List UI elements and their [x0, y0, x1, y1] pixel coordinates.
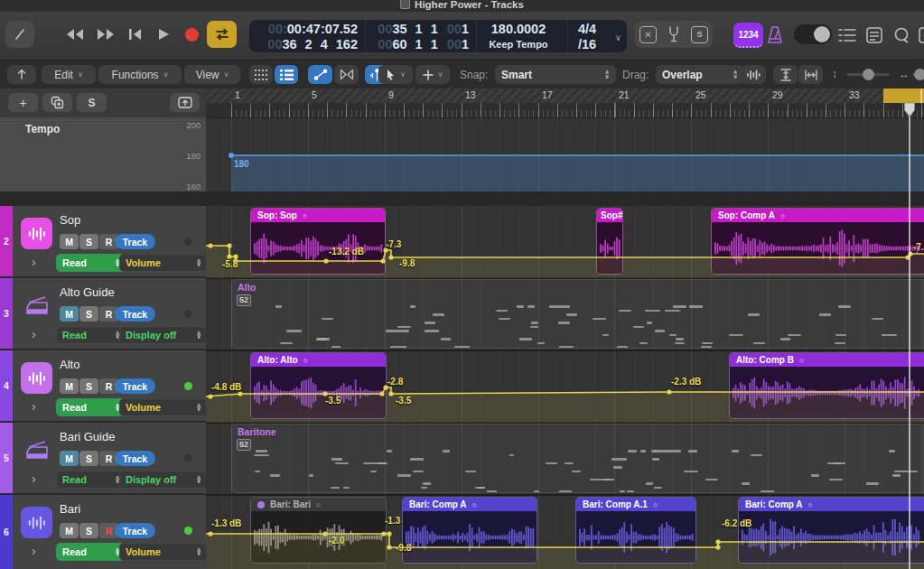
track-header-view-button[interactable]: [275, 65, 298, 84]
vertical-zoom-knob[interactable]: [863, 69, 874, 80]
input-monitor-led[interactable]: [184, 238, 192, 246]
solo-button[interactable]: S: [79, 378, 98, 394]
automation-mode-select[interactable]: Read: [56, 398, 126, 416]
disclosure-chevron-icon[interactable]: [32, 471, 36, 486]
automation-parameter-select[interactable]: Display off: [119, 326, 208, 344]
track-header-alto[interactable]: 4 Alto M S R Track Read Volume: [0, 350, 206, 423]
track-header-alto-guide[interactable]: 3 Alto Guide M S R Track Read Display of…: [0, 278, 206, 350]
mute-button[interactable]: M: [60, 523, 79, 538]
drag-select[interactable]: Overlap: [656, 65, 744, 84]
title-bar[interactable]: Higher Power - Tracks: [0, 0, 924, 12]
mute-button[interactable]: M: [60, 306, 79, 322]
region-alto-comp-b[interactable]: Alto: Comp B: [729, 352, 924, 419]
region-sop-sharp[interactable]: Sop#: [596, 208, 623, 275]
solo-mode-icon[interactable]: S: [691, 26, 708, 43]
bar-ruler[interactable]: 1 5 9 13 17 21 25 29 33: [206, 89, 924, 118]
region-baritone-midi[interactable]: Baritone 52: [231, 424, 924, 493]
lcd-position-section[interactable]: 0035 1 1001 0060 1 1001: [366, 20, 477, 52]
automation-mode-select[interactable]: Read: [56, 254, 126, 272]
track-alternatives-button[interactable]: Track: [115, 523, 155, 538]
add-track-button[interactable]: +: [8, 93, 38, 112]
horizontal-zoom-slider[interactable]: [912, 73, 924, 76]
track-name[interactable]: Bari Guide: [60, 430, 115, 443]
input-monitor-led[interactable]: [184, 382, 192, 390]
cycle-button[interactable]: [207, 21, 237, 48]
track-name[interactable]: Alto Guide: [60, 285, 115, 299]
marquee-tool-button[interactable]: [334, 65, 359, 84]
waveform-zoom-button[interactable]: [741, 65, 766, 84]
track-header-bari-guide[interactable]: 5 Bari Guide M S R Track Read Display of…: [0, 423, 206, 495]
input-monitor-led[interactable]: [184, 310, 192, 318]
master-toggle[interactable]: [794, 24, 832, 44]
solo-button[interactable]: S: [79, 523, 98, 538]
play-button[interactable]: [150, 21, 177, 48]
region-bari-comp-a1[interactable]: Bari: Comp A.1: [575, 497, 696, 564]
mute-button[interactable]: M: [60, 234, 79, 249]
global-solo-button[interactable]: S: [77, 93, 107, 112]
cycle-region[interactable]: [883, 89, 924, 103]
autopunch-icon[interactable]: ✕: [639, 26, 657, 43]
track-name[interactable]: Sop: [60, 213, 80, 227]
automation-parameter-select[interactable]: Volume: [119, 254, 208, 272]
region-sop-comp-a[interactable]: Sop: Comp A: [711, 208, 924, 275]
rewind-button[interactable]: [60, 21, 90, 48]
track-alternatives-button[interactable]: Track: [115, 378, 155, 394]
region-alto-midi[interactable]: Alto 52: [231, 279, 924, 349]
loop-browser-icon[interactable]: [892, 26, 910, 44]
tuner-fork-icon[interactable]: [666, 25, 682, 43]
track-name[interactable]: Alto: [60, 358, 79, 371]
horizontal-auto-zoom-button[interactable]: [798, 65, 823, 84]
tempo-value-label[interactable]: 180: [234, 159, 249, 169]
note-pads-icon[interactable]: [865, 26, 883, 44]
duplicate-track-button[interactable]: [42, 93, 72, 112]
snap-select[interactable]: Smart: [495, 65, 616, 84]
automation-parameter-select[interactable]: Volume: [119, 398, 208, 416]
lcd-display[interactable]: 00:00:47:07.52 0036 2 4 162 0035 1 1001 …: [249, 20, 627, 52]
lcd-signature-section[interactable]: 4/4 /16: [568, 20, 613, 52]
region-sop-sop[interactable]: Sop: Sop: [250, 208, 386, 275]
vertical-zoom-slider[interactable]: [846, 73, 890, 76]
input-monitor-led[interactable]: [184, 454, 192, 462]
region-bari-comp-a2[interactable]: Bari: Comp A: [738, 497, 924, 564]
tempo-track-header[interactable]: Tempo 200 180 160: [0, 117, 206, 191]
media-browser-icon[interactable]: [918, 26, 924, 44]
track-alternatives-button[interactable]: Track: [115, 234, 155, 249]
region-bari-bari-muted[interactable]: Bari: Bari: [250, 497, 387, 564]
region-alto-alto[interactable]: Alto: Alto: [250, 352, 387, 419]
automation-parameter-select[interactable]: Display off: [119, 471, 208, 489]
track-alternatives-button[interactable]: Track: [115, 451, 155, 466]
view-menu-button[interactable]: View∨: [184, 65, 240, 84]
track-header-sop[interactable]: 2 Sop M S R Track Read Volume: [0, 206, 206, 278]
track-header-bari[interactable]: 6 Bari M S R Track Read Volume: [0, 495, 206, 569]
lcd-tempo-section[interactable]: 180.0002 Keep Tempo: [477, 20, 568, 52]
list-editors-icon[interactable]: [838, 27, 856, 43]
functions-menu-button[interactable]: Functions∨: [98, 65, 182, 84]
disclosure-chevron-icon[interactable]: [32, 255, 36, 269]
automation-mode-select[interactable]: Read: [56, 471, 126, 489]
automation-mode-select[interactable]: Read: [56, 326, 126, 344]
lcd-chevron-down-icon[interactable]: ∨: [615, 33, 621, 42]
input-monitor-led[interactable]: [184, 527, 192, 535]
horizontal-zoom-knob[interactable]: [914, 69, 924, 80]
mute-button[interactable]: M: [60, 378, 79, 394]
solo-button[interactable]: S: [79, 451, 98, 466]
disclosure-chevron-icon[interactable]: [32, 399, 36, 414]
automation-parameter-select[interactable]: Volume: [119, 543, 208, 561]
record-button[interactable]: [178, 21, 205, 48]
quick-help-pencil-button[interactable]: [5, 21, 34, 48]
mute-button[interactable]: M: [60, 451, 79, 466]
disclosure-chevron-icon[interactable]: [32, 544, 36, 558]
lcd-time-section[interactable]: 00:00:47:07.52 0036 2 4 162: [249, 20, 366, 52]
count-in-button[interactable]: 1234: [733, 23, 763, 48]
automation-mode-select[interactable]: Read: [56, 543, 126, 561]
track-alternatives-button[interactable]: Track: [115, 306, 155, 322]
ruler-ticks[interactable]: [206, 103, 924, 117]
edit-menu-button[interactable]: Edit∨: [42, 65, 96, 84]
solo-button[interactable]: S: [79, 234, 98, 249]
solo-button[interactable]: S: [79, 306, 98, 322]
secondary-tool-menu[interactable]: ∨: [415, 65, 450, 84]
back-to-project-button[interactable]: [7, 65, 36, 84]
region-bari-comp-a[interactable]: Bari: Comp A: [402, 497, 537, 564]
hide-global-tracks-button[interactable]: [170, 93, 200, 112]
metronome-icon[interactable]: [765, 25, 785, 45]
